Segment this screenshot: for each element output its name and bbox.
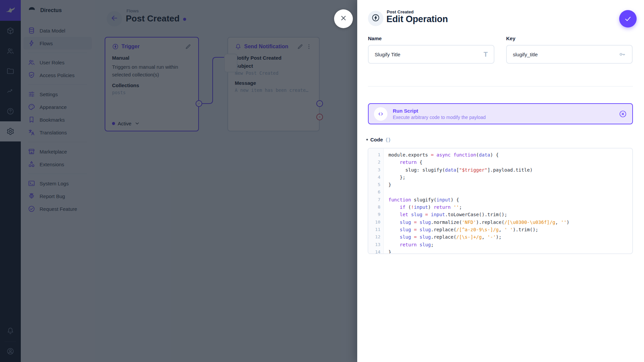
- line-number: 13: [368, 241, 383, 248]
- line-number: 6: [368, 188, 383, 196]
- directus-app: Directus Data ModelFlowsUser RolesAccess…: [0, 0, 644, 362]
- line-number: 5: [368, 181, 383, 188]
- key-value: slugify_title: [513, 52, 614, 57]
- check-icon: [624, 14, 632, 23]
- line-number: 2: [368, 159, 383, 166]
- close-drawer-button[interactable]: [334, 9, 353, 28]
- code-line: return slug;: [388, 241, 570, 248]
- name-label: Name: [368, 36, 494, 41]
- raw-value-icon[interactable]: {}: [385, 137, 391, 142]
- required-dot: [366, 139, 368, 140]
- edit-operation-drawer: Post Created Edit Operation Name Slugify…: [357, 0, 644, 362]
- code-line: slug = slug.replace(/[^a-z0-9\s-]/g, ' '…: [388, 226, 570, 233]
- line-number: 11: [368, 226, 383, 233]
- line-number: 10: [368, 219, 383, 226]
- flow-bolt-icon: [371, 13, 380, 23]
- line-number: 9: [368, 211, 383, 218]
- run-script-title: Run Script: [393, 108, 613, 114]
- key-icon: [619, 51, 626, 58]
- name-field-group: Name Slugify Title T: [368, 36, 494, 64]
- line-number: 8: [368, 203, 383, 211]
- drawer-breadcrumb: Post Created: [387, 9, 414, 14]
- code-field-label-row: Code {}: [366, 137, 391, 142]
- code-line: return {: [388, 159, 570, 166]
- code-line: }: [388, 181, 570, 188]
- line-number: 4: [368, 174, 383, 181]
- key-input[interactable]: slugify_title: [506, 45, 633, 64]
- close-icon: [339, 14, 348, 24]
- line-number-gutter: 1234567891011121314: [368, 148, 384, 253]
- line-number: 3: [368, 166, 383, 174]
- title-format-icon: T: [484, 51, 488, 58]
- code-line: slug = slug.normalize('NFD').replace(/[\…: [388, 219, 570, 226]
- code-line: slug = slug.replace(/[\s-]+/g, '-');: [388, 233, 570, 241]
- code-content: module.exports = async function(data) { …: [384, 148, 570, 253]
- drawer-divider: [368, 86, 633, 86]
- run-script-card[interactable]: Run Script Execute arbitrary code to mod…: [368, 103, 633, 124]
- drawer-flow-icon-button[interactable]: [368, 11, 383, 26]
- name-input[interactable]: Slugify Title T: [368, 45, 494, 64]
- drawer-title: Edit Operation: [386, 14, 448, 24]
- save-operation-button[interactable]: [619, 10, 637, 27]
- line-number: 14: [368, 248, 383, 254]
- line-number: 1: [368, 151, 383, 159]
- code-line: }: [388, 248, 570, 254]
- code-line: module.exports = async function(data) {: [388, 151, 570, 159]
- line-number: 12: [368, 233, 383, 241]
- code-line: if (!input) return '';: [388, 203, 570, 211]
- code-label: Code: [370, 137, 383, 142]
- code-editor[interactable]: 1234567891011121314 module.exports = asy…: [368, 148, 633, 254]
- code-line: [388, 188, 570, 196]
- key-field-group: Key slugify_title: [506, 36, 633, 64]
- drawer-backdrop[interactable]: [0, 0, 357, 362]
- run-script-subtitle: Execute arbitrary code to modify the pay…: [393, 115, 613, 120]
- code-line: let slug = input.toLowerCase().trim();: [388, 211, 570, 218]
- deselect-operation-icon[interactable]: [619, 110, 627, 118]
- code-line: slug: slugify(data["$trigger"].payload.t…: [388, 166, 570, 174]
- code-line: };: [388, 174, 570, 181]
- key-label: Key: [506, 36, 633, 41]
- code-line: function slugify(input) {: [388, 196, 570, 203]
- name-value: Slugify Title: [375, 52, 480, 57]
- line-number: 7: [368, 196, 383, 203]
- code-icon: [374, 107, 387, 121]
